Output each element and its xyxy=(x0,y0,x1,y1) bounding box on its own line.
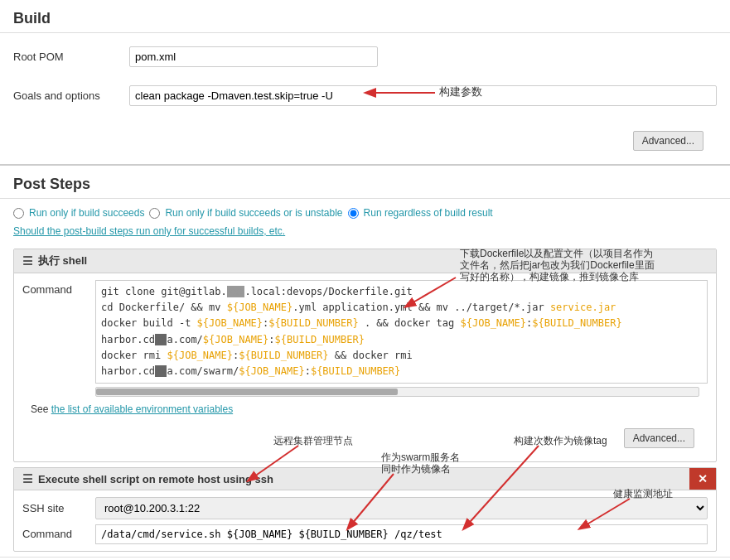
ssh-block-title: Execute shell script on remote host usin… xyxy=(38,473,273,485)
env-vars-link[interactable]: the list of available environment variab… xyxy=(51,403,233,415)
radio-regardless-label: Run regardless of build result xyxy=(364,207,493,219)
env-vars-prefix: See xyxy=(31,403,51,415)
radio-build-success-label: Run only if build succeeds xyxy=(29,207,144,219)
ssh-site-label: SSH site xyxy=(22,502,89,514)
radio-unstable[interactable] xyxy=(149,208,160,219)
post-steps-hint[interactable]: Should the post-build steps run only for… xyxy=(0,224,730,244)
shell-block: ☰ 执行 shell Command git clone git@gitlab.… xyxy=(13,249,717,462)
cmd-line-4: docker rmi ${JOB_NAME}:${BUILD_NUMBER} &… xyxy=(101,348,702,379)
ssh-icon: ☰ xyxy=(22,472,33,485)
ssh-block: ☰ Execute shell script on remote host us… xyxy=(13,467,717,552)
root-pom-input[interactable] xyxy=(129,46,378,67)
ssh-command-label: Command xyxy=(22,524,89,540)
build-section-title: Build xyxy=(0,0,730,33)
goals-input[interactable] xyxy=(129,85,717,106)
ssh-block-header: ☰ Execute shell script on remote host us… xyxy=(14,468,716,490)
ssh-command-input[interactable] xyxy=(95,524,708,544)
shell-block-header: ☰ 执行 shell xyxy=(14,249,716,273)
goals-label: Goals and options xyxy=(13,85,129,102)
shell-advanced-button[interactable]: Advanced... xyxy=(624,428,694,448)
post-steps-title: Post Steps xyxy=(0,166,730,199)
ssh-site-select[interactable]: root@10.200.3.1:22 xyxy=(95,497,708,519)
shell-block-title: 执行 shell xyxy=(38,253,87,268)
command-row: Command git clone git@gitlab.xxx.local:d… xyxy=(22,280,708,384)
scrollbar-thumb xyxy=(96,389,398,395)
cmd-line-2: cd Dockerfile/ && mv ${JOB_NAME}.yml app… xyxy=(101,300,702,316)
root-pom-row: Root POM xyxy=(13,41,717,72)
cmd-line-1: git clone git@gitlab.xxx.local:devops/Do… xyxy=(101,284,702,300)
goals-row: Goals and options xyxy=(13,80,717,111)
radio-unstable-label: Run only if build succeeds or is unstabl… xyxy=(165,207,342,219)
post-steps-section: Post Steps Run only if build succeeds Ru… xyxy=(0,164,730,552)
build-advanced-button[interactable]: Advanced... xyxy=(633,131,703,151)
root-pom-label: Root POM xyxy=(13,46,129,63)
shell-icon: ☰ xyxy=(22,254,33,268)
footer-buttons: Save Apply xyxy=(0,557,730,560)
env-vars-row: See the list of available environment va… xyxy=(22,400,708,418)
ssh-command-row: Command xyxy=(22,524,708,544)
radio-regardless[interactable] xyxy=(348,208,359,219)
shell-block-body: Command git clone git@gitlab.xxx.local:d… xyxy=(14,273,716,425)
ssh-site-row: SSH site root@10.200.3.1:22 xyxy=(22,497,708,519)
radio-row: Run only if build succeeds Run only if b… xyxy=(0,199,730,224)
command-scrollbar[interactable] xyxy=(95,387,699,397)
command-label: Command xyxy=(22,280,89,296)
radio-build-success[interactable] xyxy=(13,208,24,219)
ssh-block-body: SSH site root@10.200.3.1:22 Command xyxy=(14,490,716,551)
cmd-line-3: docker build -t ${JOB_NAME}:${BUILD_NUMB… xyxy=(101,316,702,347)
ssh-close-button[interactable]: ✕ xyxy=(689,468,716,490)
command-textarea[interactable]: git clone git@gitlab.xxx.local:devops/Do… xyxy=(95,280,708,384)
